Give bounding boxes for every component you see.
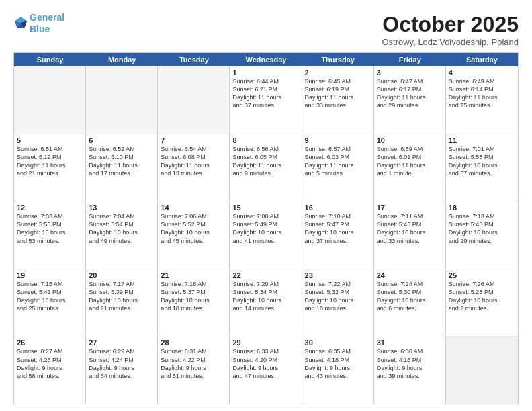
weekday-header: Saturday: [446, 53, 518, 66]
calendar-row: 1Sunrise: 6:44 AM Sunset: 6:21 PM Daylig…: [14, 66, 518, 134]
day-number: 19: [17, 271, 83, 279]
day-info: Sunrise: 7:01 AM Sunset: 5:58 PM Dayligh…: [449, 145, 515, 178]
title-area: October 2025 Ostrowy, Lodz Voivodeship, …: [382, 12, 519, 47]
day-info: Sunrise: 6:27 AM Sunset: 4:26 PM Dayligh…: [17, 347, 83, 380]
day-info: Sunrise: 7:20 AM Sunset: 5:34 PM Dayligh…: [232, 280, 298, 313]
calendar-cell: 6Sunrise: 6:52 AM Sunset: 6:10 PM Daylig…: [86, 134, 158, 201]
day-info: Sunrise: 6:54 AM Sunset: 6:08 PM Dayligh…: [161, 145, 226, 178]
calendar-cell: 2Sunrise: 6:45 AM Sunset: 6:19 PM Daylig…: [302, 66, 374, 134]
weekday-header: Wednesday: [230, 53, 302, 66]
calendar-cell: 19Sunrise: 7:15 AM Sunset: 5:41 PM Dayli…: [14, 269, 86, 336]
weekday-header: Thursday: [302, 53, 374, 66]
calendar-cell: 1Sunrise: 6:44 AM Sunset: 6:21 PM Daylig…: [230, 66, 302, 134]
day-number: 28: [161, 338, 226, 347]
calendar-cell: 17Sunrise: 7:11 AM Sunset: 5:45 PM Dayli…: [374, 201, 446, 269]
day-info: Sunrise: 7:24 AM Sunset: 5:30 PM Dayligh…: [377, 280, 443, 313]
day-info: Sunrise: 6:59 AM Sunset: 6:01 PM Dayligh…: [377, 145, 443, 178]
day-info: Sunrise: 6:29 AM Sunset: 4:24 PM Dayligh…: [89, 347, 154, 380]
day-info: Sunrise: 6:44 AM Sunset: 6:21 PM Dayligh…: [232, 77, 298, 110]
day-info: Sunrise: 6:52 AM Sunset: 6:10 PM Dayligh…: [89, 145, 154, 178]
day-info: Sunrise: 7:17 AM Sunset: 5:39 PM Dayligh…: [89, 280, 154, 313]
day-info: Sunrise: 6:45 AM Sunset: 6:19 PM Dayligh…: [305, 77, 371, 110]
day-number: 4: [449, 68, 515, 77]
weekday-header: Sunday: [14, 53, 86, 66]
calendar-header: SundayMondayTuesdayWednesdayThursdayFrid…: [14, 53, 518, 66]
day-info: Sunrise: 6:36 AM Sunset: 4:16 PM Dayligh…: [377, 347, 443, 380]
calendar-cell: 28Sunrise: 6:31 AM Sunset: 4:22 PM Dayli…: [158, 336, 230, 404]
weekday-header: Friday: [374, 53, 446, 66]
day-info: Sunrise: 6:51 AM Sunset: 6:12 PM Dayligh…: [17, 145, 83, 178]
calendar-cell: [86, 66, 158, 134]
calendar-cell: 15Sunrise: 7:08 AM Sunset: 5:49 PM Dayli…: [230, 201, 302, 269]
calendar-cell: [158, 66, 230, 134]
day-number: 15: [232, 203, 298, 212]
day-number: 2: [305, 68, 371, 77]
day-info: Sunrise: 6:35 AM Sunset: 4:18 PM Dayligh…: [305, 347, 371, 380]
calendar-cell: 9Sunrise: 6:57 AM Sunset: 6:03 PM Daylig…: [302, 134, 374, 201]
calendar-cell: 8Sunrise: 6:56 AM Sunset: 6:05 PM Daylig…: [230, 134, 302, 201]
day-number: 17: [377, 203, 443, 212]
day-number: 16: [305, 203, 371, 212]
day-info: Sunrise: 6:49 AM Sunset: 6:14 PM Dayligh…: [449, 77, 515, 110]
day-number: 3: [377, 68, 443, 77]
day-info: Sunrise: 7:13 AM Sunset: 5:43 PM Dayligh…: [449, 212, 515, 245]
calendar-cell: 3Sunrise: 6:47 AM Sunset: 6:17 PM Daylig…: [374, 66, 446, 134]
calendar-cell: 12Sunrise: 7:03 AM Sunset: 5:56 PM Dayli…: [14, 201, 86, 269]
day-info: Sunrise: 6:56 AM Sunset: 6:05 PM Dayligh…: [232, 145, 298, 178]
page: General Blue October 2025 Ostrowy, Lodz …: [0, 0, 532, 411]
day-info: Sunrise: 7:11 AM Sunset: 5:45 PM Dayligh…: [377, 212, 443, 245]
day-number: 12: [17, 203, 83, 212]
calendar-cell: 14Sunrise: 7:06 AM Sunset: 5:52 PM Dayli…: [158, 201, 230, 269]
calendar-cell: 26Sunrise: 6:27 AM Sunset: 4:26 PM Dayli…: [14, 336, 86, 404]
header: General Blue October 2025 Ostrowy, Lodz …: [13, 12, 519, 47]
day-info: Sunrise: 7:26 AM Sunset: 5:28 PM Dayligh…: [449, 280, 515, 313]
day-number: 29: [232, 338, 298, 347]
day-info: Sunrise: 6:31 AM Sunset: 4:22 PM Dayligh…: [161, 347, 226, 380]
day-number: 1: [232, 68, 298, 77]
calendar-cell: 11Sunrise: 7:01 AM Sunset: 5:58 PM Dayli…: [446, 134, 518, 201]
calendar-cell: 13Sunrise: 7:04 AM Sunset: 5:54 PM Dayli…: [86, 201, 158, 269]
day-info: Sunrise: 7:04 AM Sunset: 5:54 PM Dayligh…: [89, 212, 154, 245]
day-number: 22: [232, 271, 298, 279]
logo-text: General Blue: [30, 12, 64, 35]
day-number: 20: [89, 271, 154, 279]
day-number: 9: [305, 136, 371, 144]
calendar-cell: [446, 336, 518, 404]
day-number: 27: [89, 338, 154, 347]
calendar-cell: 30Sunrise: 6:35 AM Sunset: 4:18 PM Dayli…: [302, 336, 374, 404]
calendar-cell: 27Sunrise: 6:29 AM Sunset: 4:24 PM Dayli…: [86, 336, 158, 404]
day-number: 23: [305, 271, 371, 279]
calendar-cell: 20Sunrise: 7:17 AM Sunset: 5:39 PM Dayli…: [86, 269, 158, 336]
day-info: Sunrise: 7:03 AM Sunset: 5:56 PM Dayligh…: [17, 212, 83, 245]
calendar-body: 1Sunrise: 6:44 AM Sunset: 6:21 PM Daylig…: [14, 66, 518, 404]
day-number: 7: [161, 136, 226, 144]
day-number: 10: [377, 136, 443, 144]
day-number: 11: [449, 136, 515, 144]
day-info: Sunrise: 7:08 AM Sunset: 5:49 PM Dayligh…: [232, 212, 298, 245]
calendar-cell: 31Sunrise: 6:36 AM Sunset: 4:16 PM Dayli…: [374, 336, 446, 404]
calendar-cell: 4Sunrise: 6:49 AM Sunset: 6:14 PM Daylig…: [446, 66, 518, 134]
day-number: 21: [161, 271, 226, 279]
calendar-cell: 16Sunrise: 7:10 AM Sunset: 5:47 PM Dayli…: [302, 201, 374, 269]
calendar-row: 19Sunrise: 7:15 AM Sunset: 5:41 PM Dayli…: [14, 269, 518, 337]
day-info: Sunrise: 6:33 AM Sunset: 4:20 PM Dayligh…: [232, 347, 298, 380]
location: Ostrowy, Lodz Voivodeship, Poland: [382, 37, 519, 47]
calendar-row: 5Sunrise: 6:51 AM Sunset: 6:12 PM Daylig…: [14, 134, 518, 202]
calendar-cell: 22Sunrise: 7:20 AM Sunset: 5:34 PM Dayli…: [230, 269, 302, 336]
day-number: 18: [449, 203, 515, 212]
day-info: Sunrise: 7:18 AM Sunset: 5:37 PM Dayligh…: [161, 280, 226, 313]
weekday-header: Tuesday: [158, 53, 230, 66]
day-info: Sunrise: 7:22 AM Sunset: 5:32 PM Dayligh…: [305, 280, 371, 313]
calendar-cell: 23Sunrise: 7:22 AM Sunset: 5:32 PM Dayli…: [302, 269, 374, 336]
calendar-row: 12Sunrise: 7:03 AM Sunset: 5:56 PM Dayli…: [14, 201, 518, 269]
day-info: Sunrise: 7:10 AM Sunset: 5:47 PM Dayligh…: [305, 212, 371, 245]
day-number: 30: [305, 338, 371, 347]
calendar-row: 26Sunrise: 6:27 AM Sunset: 4:26 PM Dayli…: [14, 336, 518, 404]
month-title: October 2025: [382, 12, 519, 37]
calendar-cell: 5Sunrise: 6:51 AM Sunset: 6:12 PM Daylig…: [14, 134, 86, 201]
day-info: Sunrise: 7:06 AM Sunset: 5:52 PM Dayligh…: [161, 212, 226, 245]
calendar: SundayMondayTuesdayWednesdayThursdayFrid…: [13, 52, 519, 404]
day-info: Sunrise: 7:15 AM Sunset: 5:41 PM Dayligh…: [17, 280, 83, 313]
logo-icon: [13, 15, 28, 30]
calendar-cell: 25Sunrise: 7:26 AM Sunset: 5:28 PM Dayli…: [446, 269, 518, 336]
